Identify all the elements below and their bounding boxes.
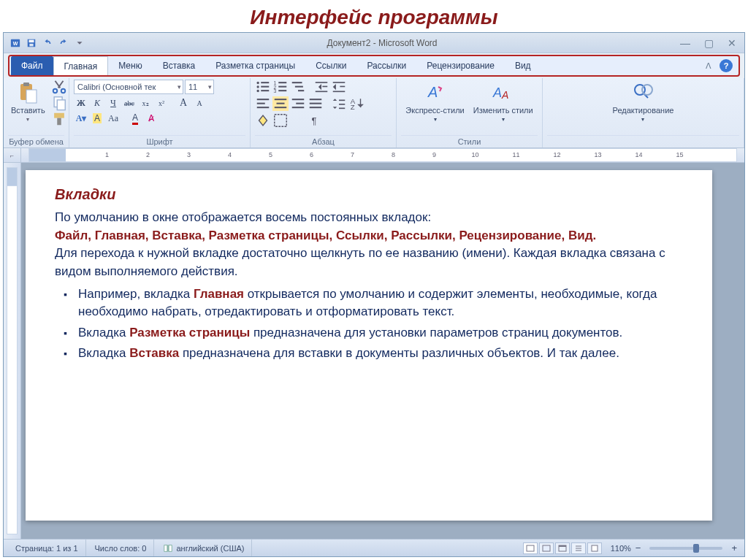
bold-button[interactable]: Ж: [74, 96, 88, 110]
grow-font-icon[interactable]: A: [176, 96, 191, 110]
title-bar: W Документ2 - Microsoft Word — ▢ ✕: [4, 33, 744, 53]
tab-view[interactable]: Вид: [505, 56, 541, 75]
status-word-count[interactable]: Число слов: 0: [88, 540, 155, 556]
tab-page-layout[interactable]: Разметка страницы: [205, 56, 305, 75]
justify-icon[interactable]: [308, 96, 324, 111]
text-effects-icon[interactable]: A▾: [74, 112, 88, 125]
zoom-out-button[interactable]: −: [633, 542, 644, 553]
minimize-icon[interactable]: —: [677, 37, 693, 49]
format-painter-icon[interactable]: [51, 112, 67, 126]
change-case-icon[interactable]: Aa: [106, 112, 121, 125]
svg-rect-41: [292, 99, 305, 100]
clear-format-icon[interactable]: A̷: [144, 112, 159, 125]
zoom-slider[interactable]: [649, 547, 722, 550]
svg-point-16: [256, 85, 259, 88]
underline-button[interactable]: Ч: [106, 96, 121, 110]
group-styles: A Экспресс-стили▾ AA Изменить стили▾ Сти…: [397, 78, 543, 147]
svg-rect-28: [298, 90, 304, 91]
superscript-button[interactable]: x²: [154, 96, 169, 110]
horizontal-ruler[interactable]: ⌐ 123456789101112131415: [4, 148, 744, 163]
svg-rect-6: [23, 83, 29, 86]
tab-insert[interactable]: Вставка: [153, 56, 206, 75]
svg-rect-62: [592, 545, 598, 551]
view-draft-icon[interactable]: [587, 542, 602, 554]
list-item: Например, вкладка Главная открывается по…: [68, 285, 683, 321]
highlight-icon[interactable]: A: [90, 112, 104, 125]
collapse-ribbon-icon[interactable]: ᐱ: [702, 59, 715, 72]
maximize-icon[interactable]: ▢: [701, 37, 717, 49]
redo-icon[interactable]: [56, 36, 71, 50]
paste-button[interactable]: Вставить ▾: [8, 80, 48, 124]
sort-icon[interactable]: AZ: [348, 96, 365, 111]
zoom-level[interactable]: 110%: [611, 544, 631, 553]
quick-styles-button[interactable]: A Экспресс-стили▾: [402, 80, 467, 124]
tab-home[interactable]: Главная: [53, 56, 109, 75]
decrease-indent-icon[interactable]: [313, 80, 329, 94]
svg-rect-23: [278, 86, 286, 88]
bullets-icon[interactable]: [255, 80, 271, 94]
quick-styles-icon: A: [424, 81, 447, 104]
change-styles-label: Изменить стили: [473, 106, 533, 115]
svg-rect-31: [316, 91, 328, 93]
editing-button[interactable]: Редактирование▾: [610, 80, 677, 124]
qat-dropdown-icon[interactable]: [72, 36, 87, 50]
svg-rect-26: [292, 82, 302, 83]
view-print-layout-icon[interactable]: [523, 542, 538, 554]
close-icon[interactable]: ✕: [724, 37, 740, 49]
svg-rect-21: [278, 82, 286, 83]
view-fullscreen-icon[interactable]: [539, 542, 554, 554]
group-paragraph: 123 AZ: [251, 78, 397, 147]
line-spacing-icon[interactable]: [331, 96, 347, 111]
svg-rect-61: [559, 545, 566, 547]
tab-mailings[interactable]: Рассылки: [356, 56, 416, 75]
show-marks-icon[interactable]: ¶: [306, 113, 322, 128]
document-viewport[interactable]: Вкладки По умолчанию в окне отображается…: [21, 163, 744, 539]
tab-review[interactable]: Рецензирование: [416, 56, 505, 75]
svg-rect-4: [29, 43, 33, 46]
quick-styles-label: Экспресс-стили: [405, 106, 464, 115]
font-color-icon[interactable]: A: [128, 112, 142, 125]
shrink-font-icon[interactable]: A: [192, 96, 207, 110]
font-name-combo[interactable]: Calibri (Основной тек: [74, 80, 183, 94]
list-item: Вкладка Разметка страницы предназначена …: [68, 324, 683, 342]
align-center-icon[interactable]: [272, 96, 289, 111]
svg-rect-49: [339, 108, 345, 110]
help-icon[interactable]: ?: [720, 59, 733, 72]
cut-icon[interactable]: [51, 80, 67, 94]
italic-button[interactable]: К: [90, 96, 104, 110]
align-left-icon[interactable]: [255, 96, 271, 111]
increase-indent-icon[interactable]: [331, 80, 347, 94]
copy-icon[interactable]: [51, 96, 67, 110]
svg-rect-19: [261, 90, 269, 91]
numbering-icon[interactable]: 123: [272, 80, 289, 94]
group-font: Calibri (Основной тек 11 Ж К Ч abc x₂ x²…: [69, 78, 251, 147]
svg-rect-3: [29, 39, 34, 42]
svg-rect-27: [295, 86, 303, 88]
tab-file[interactable]: Файл: [11, 56, 53, 75]
tab-menu[interactable]: Меню: [108, 56, 152, 75]
svg-point-8: [53, 89, 57, 93]
shading-icon[interactable]: [255, 113, 271, 128]
document-page[interactable]: Вкладки По умолчанию в окне отображается…: [26, 170, 712, 521]
status-language[interactable]: английский (США): [156, 540, 252, 556]
borders-icon[interactable]: [272, 113, 289, 128]
svg-rect-58: [527, 545, 534, 551]
change-styles-button[interactable]: AA Изменить стили▾: [470, 80, 536, 124]
vertical-ruler[interactable]: [4, 163, 21, 539]
font-size-combo[interactable]: 11: [185, 80, 214, 94]
svg-point-18: [256, 90, 259, 92]
multilevel-icon[interactable]: [290, 80, 306, 94]
save-icon[interactable]: [24, 36, 39, 50]
subscript-button[interactable]: x₂: [138, 96, 153, 110]
align-right-icon[interactable]: [290, 96, 306, 111]
view-web-icon[interactable]: [555, 542, 570, 554]
status-page[interactable]: Страница: 1 из 1: [8, 540, 86, 556]
tab-references[interactable]: Ссылки: [305, 56, 356, 75]
word-app-icon[interactable]: W: [8, 36, 23, 50]
zoom-in-button[interactable]: +: [728, 542, 740, 553]
undo-icon[interactable]: [40, 36, 55, 50]
svg-rect-48: [339, 104, 345, 105]
strike-button[interactable]: abc: [122, 96, 137, 110]
view-outline-icon[interactable]: [571, 542, 586, 554]
svg-rect-39: [277, 103, 285, 104]
